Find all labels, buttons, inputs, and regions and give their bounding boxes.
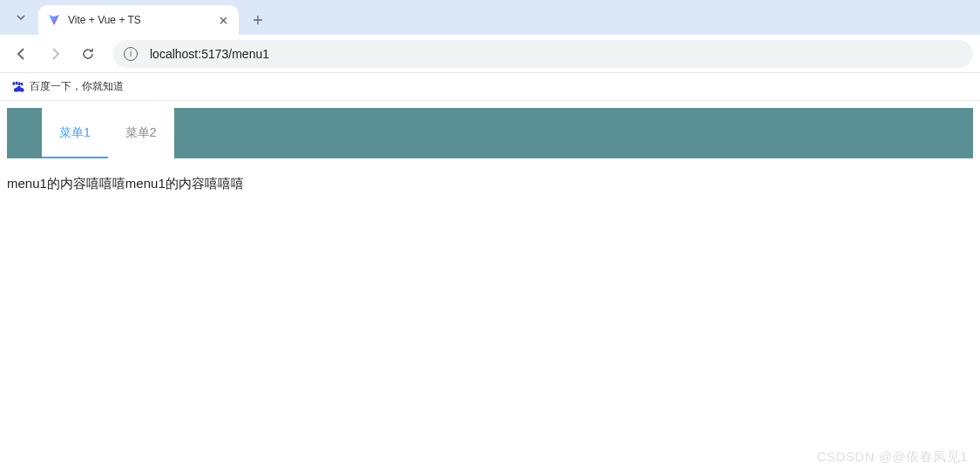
forward-button[interactable]: [40, 39, 70, 69]
bookmark-baidu[interactable]: 百度一下，你就知道: [10, 79, 124, 94]
content-text: menu1的内容嘻嘻嘻menu1的内容嘻嘻嘻: [7, 176, 973, 192]
bookmarks-bar: 百度一下，你就知道: [0, 73, 980, 101]
browser-toolbar: i localhost:5173/menu1: [0, 35, 980, 73]
bookmark-label: 百度一下，你就知道: [30, 79, 124, 94]
url-text: localhost:5173/menu1: [150, 47, 269, 61]
tab-label: 菜单1: [59, 125, 91, 141]
new-tab-button[interactable]: [246, 8, 270, 32]
browser-tab-strip: Vite + Vue + TS: [0, 0, 980, 35]
tab-title: Vite + Vue + TS: [68, 14, 216, 26]
tab-menu2[interactable]: 菜单2: [108, 108, 174, 158]
baidu-icon: [10, 80, 24, 94]
site-info-icon[interactable]: i: [124, 47, 138, 61]
close-tab-button[interactable]: [216, 13, 230, 27]
menu-tabs: 菜单1 菜单2: [42, 108, 174, 158]
chevron-down-icon: [16, 12, 26, 23]
menu-bar: 菜单1 菜单2: [7, 108, 973, 158]
back-button[interactable]: [7, 39, 37, 69]
reload-button[interactable]: [73, 39, 103, 69]
tab-label: 菜单2: [125, 125, 157, 141]
page-content: 菜单1 菜单2 menu1的内容嘻嘻嘻menu1的内容嘻嘻嘻: [0, 101, 980, 199]
tab-search-dropdown[interactable]: [7, 3, 35, 31]
watermark: CSDSDN @@依春风见1: [817, 449, 968, 466]
browser-tab-active[interactable]: Vite + Vue + TS: [38, 5, 239, 35]
tab-menu1[interactable]: 菜单1: [42, 108, 108, 158]
address-bar[interactable]: i localhost:5173/menu1: [113, 40, 973, 68]
vite-favicon-icon: [47, 13, 61, 27]
